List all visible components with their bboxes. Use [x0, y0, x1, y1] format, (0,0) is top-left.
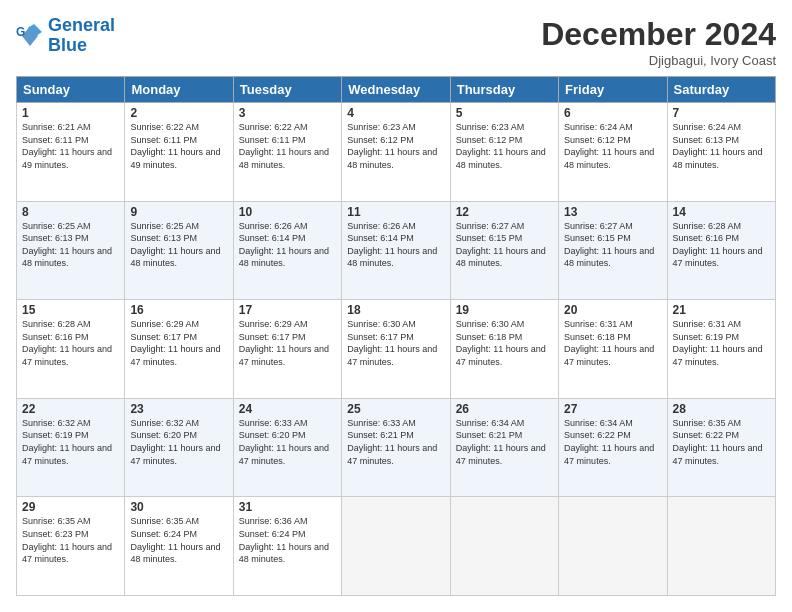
day-info: Sunrise: 6:22 AMSunset: 6:11 PMDaylight:…	[130, 122, 220, 170]
day-number: 12	[456, 205, 553, 219]
day-info: Sunrise: 6:35 AMSunset: 6:24 PMDaylight:…	[130, 516, 220, 564]
logo-text: General Blue	[48, 16, 115, 56]
day-number: 17	[239, 303, 336, 317]
table-row: 29Sunrise: 6:35 AMSunset: 6:23 PMDayligh…	[17, 497, 125, 596]
day-number: 14	[673, 205, 770, 219]
day-number: 28	[673, 402, 770, 416]
col-sunday: Sunday	[17, 77, 125, 103]
day-info: Sunrise: 6:24 AMSunset: 6:12 PMDaylight:…	[564, 122, 654, 170]
day-info: Sunrise: 6:32 AMSunset: 6:19 PMDaylight:…	[22, 418, 112, 466]
day-info: Sunrise: 6:29 AMSunset: 6:17 PMDaylight:…	[239, 319, 329, 367]
day-number: 29	[22, 500, 119, 514]
day-number: 15	[22, 303, 119, 317]
day-number: 7	[673, 106, 770, 120]
table-row: 11Sunrise: 6:26 AMSunset: 6:14 PMDayligh…	[342, 201, 450, 300]
logo-blue: Blue	[48, 35, 87, 55]
day-info: Sunrise: 6:29 AMSunset: 6:17 PMDaylight:…	[130, 319, 220, 367]
day-info: Sunrise: 6:34 AMSunset: 6:22 PMDaylight:…	[564, 418, 654, 466]
table-row: 30Sunrise: 6:35 AMSunset: 6:24 PMDayligh…	[125, 497, 233, 596]
day-info: Sunrise: 6:32 AMSunset: 6:20 PMDaylight:…	[130, 418, 220, 466]
day-info: Sunrise: 6:31 AMSunset: 6:18 PMDaylight:…	[564, 319, 654, 367]
title-area: December 2024 Djigbagui, Ivory Coast	[541, 16, 776, 68]
table-row: 9Sunrise: 6:25 AMSunset: 6:13 PMDaylight…	[125, 201, 233, 300]
day-number: 23	[130, 402, 227, 416]
day-info: Sunrise: 6:23 AMSunset: 6:12 PMDaylight:…	[347, 122, 437, 170]
day-number: 25	[347, 402, 444, 416]
table-row: 17Sunrise: 6:29 AMSunset: 6:17 PMDayligh…	[233, 300, 341, 399]
table-row: 18Sunrise: 6:30 AMSunset: 6:17 PMDayligh…	[342, 300, 450, 399]
col-saturday: Saturday	[667, 77, 775, 103]
table-row: 28Sunrise: 6:35 AMSunset: 6:22 PMDayligh…	[667, 398, 775, 497]
day-info: Sunrise: 6:35 AMSunset: 6:22 PMDaylight:…	[673, 418, 763, 466]
day-info: Sunrise: 6:28 AMSunset: 6:16 PMDaylight:…	[22, 319, 112, 367]
table-row: 23Sunrise: 6:32 AMSunset: 6:20 PMDayligh…	[125, 398, 233, 497]
day-number: 22	[22, 402, 119, 416]
day-number: 13	[564, 205, 661, 219]
day-number: 4	[347, 106, 444, 120]
day-number: 10	[239, 205, 336, 219]
day-number: 19	[456, 303, 553, 317]
table-row: 3Sunrise: 6:22 AMSunset: 6:11 PMDaylight…	[233, 103, 341, 202]
logo-icon: G	[16, 22, 44, 50]
day-info: Sunrise: 6:27 AMSunset: 6:15 PMDaylight:…	[564, 221, 654, 269]
table-row: 2Sunrise: 6:22 AMSunset: 6:11 PMDaylight…	[125, 103, 233, 202]
day-number: 24	[239, 402, 336, 416]
table-row: 15Sunrise: 6:28 AMSunset: 6:16 PMDayligh…	[17, 300, 125, 399]
day-number: 16	[130, 303, 227, 317]
logo: G General Blue	[16, 16, 115, 56]
day-info: Sunrise: 6:26 AMSunset: 6:14 PMDaylight:…	[347, 221, 437, 269]
day-number: 2	[130, 106, 227, 120]
day-info: Sunrise: 6:24 AMSunset: 6:13 PMDaylight:…	[673, 122, 763, 170]
day-info: Sunrise: 6:30 AMSunset: 6:17 PMDaylight:…	[347, 319, 437, 367]
logo-general: General	[48, 15, 115, 35]
col-wednesday: Wednesday	[342, 77, 450, 103]
day-number: 31	[239, 500, 336, 514]
day-number: 3	[239, 106, 336, 120]
table-row: 19Sunrise: 6:30 AMSunset: 6:18 PMDayligh…	[450, 300, 558, 399]
table-row: 12Sunrise: 6:27 AMSunset: 6:15 PMDayligh…	[450, 201, 558, 300]
calendar-week-row: 15Sunrise: 6:28 AMSunset: 6:16 PMDayligh…	[17, 300, 776, 399]
table-row: 25Sunrise: 6:33 AMSunset: 6:21 PMDayligh…	[342, 398, 450, 497]
day-number: 21	[673, 303, 770, 317]
col-friday: Friday	[559, 77, 667, 103]
day-info: Sunrise: 6:28 AMSunset: 6:16 PMDaylight:…	[673, 221, 763, 269]
day-number: 6	[564, 106, 661, 120]
day-info: Sunrise: 6:34 AMSunset: 6:21 PMDaylight:…	[456, 418, 546, 466]
table-row	[450, 497, 558, 596]
day-info: Sunrise: 6:21 AMSunset: 6:11 PMDaylight:…	[22, 122, 112, 170]
table-row: 27Sunrise: 6:34 AMSunset: 6:22 PMDayligh…	[559, 398, 667, 497]
table-row: 21Sunrise: 6:31 AMSunset: 6:19 PMDayligh…	[667, 300, 775, 399]
day-info: Sunrise: 6:35 AMSunset: 6:23 PMDaylight:…	[22, 516, 112, 564]
day-info: Sunrise: 6:27 AMSunset: 6:15 PMDaylight:…	[456, 221, 546, 269]
day-number: 8	[22, 205, 119, 219]
table-row: 8Sunrise: 6:25 AMSunset: 6:13 PMDaylight…	[17, 201, 125, 300]
day-info: Sunrise: 6:25 AMSunset: 6:13 PMDaylight:…	[130, 221, 220, 269]
col-thursday: Thursday	[450, 77, 558, 103]
day-number: 18	[347, 303, 444, 317]
day-info: Sunrise: 6:31 AMSunset: 6:19 PMDaylight:…	[673, 319, 763, 367]
day-number: 20	[564, 303, 661, 317]
location: Djigbagui, Ivory Coast	[541, 53, 776, 68]
calendar: Sunday Monday Tuesday Wednesday Thursday…	[16, 76, 776, 596]
calendar-week-row: 1Sunrise: 6:21 AMSunset: 6:11 PMDaylight…	[17, 103, 776, 202]
table-row: 10Sunrise: 6:26 AMSunset: 6:14 PMDayligh…	[233, 201, 341, 300]
table-row	[342, 497, 450, 596]
col-monday: Monday	[125, 77, 233, 103]
table-row	[667, 497, 775, 596]
day-number: 1	[22, 106, 119, 120]
day-number: 5	[456, 106, 553, 120]
day-info: Sunrise: 6:33 AMSunset: 6:20 PMDaylight:…	[239, 418, 329, 466]
table-row: 26Sunrise: 6:34 AMSunset: 6:21 PMDayligh…	[450, 398, 558, 497]
table-row: 7Sunrise: 6:24 AMSunset: 6:13 PMDaylight…	[667, 103, 775, 202]
table-row: 31Sunrise: 6:36 AMSunset: 6:24 PMDayligh…	[233, 497, 341, 596]
table-row: 4Sunrise: 6:23 AMSunset: 6:12 PMDaylight…	[342, 103, 450, 202]
col-tuesday: Tuesday	[233, 77, 341, 103]
table-row: 5Sunrise: 6:23 AMSunset: 6:12 PMDaylight…	[450, 103, 558, 202]
day-info: Sunrise: 6:23 AMSunset: 6:12 PMDaylight:…	[456, 122, 546, 170]
day-info: Sunrise: 6:33 AMSunset: 6:21 PMDaylight:…	[347, 418, 437, 466]
table-row: 6Sunrise: 6:24 AMSunset: 6:12 PMDaylight…	[559, 103, 667, 202]
page: G General Blue December 2024 Djigbagui, …	[0, 0, 792, 612]
day-info: Sunrise: 6:25 AMSunset: 6:13 PMDaylight:…	[22, 221, 112, 269]
table-row: 13Sunrise: 6:27 AMSunset: 6:15 PMDayligh…	[559, 201, 667, 300]
table-row: 24Sunrise: 6:33 AMSunset: 6:20 PMDayligh…	[233, 398, 341, 497]
